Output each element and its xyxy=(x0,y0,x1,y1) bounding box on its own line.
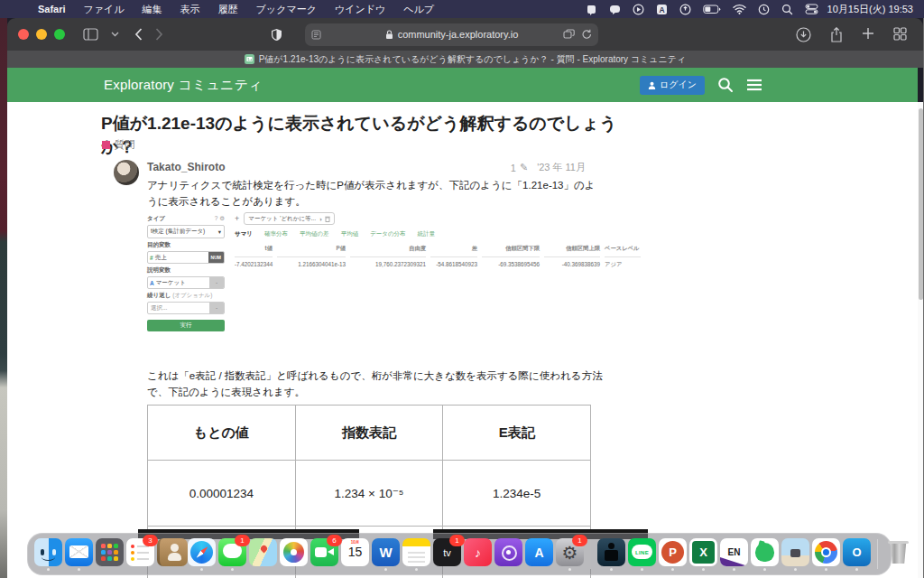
tab-mean-diff[interactable]: 平均値の差 xyxy=(300,230,329,238)
menu-window[interactable]: ウインドウ xyxy=(326,3,394,16)
tab-distribution[interactable]: データの分布 xyxy=(370,230,405,238)
category-label: 質問 xyxy=(115,138,134,152)
forward-button[interactable] xyxy=(155,28,163,41)
menu-help[interactable]: ヘルプ xyxy=(394,3,443,16)
delete-filter-icon[interactable] xyxy=(325,216,330,222)
dock-messages[interactable]: 1 xyxy=(218,537,246,571)
run-button[interactable]: 実行 xyxy=(147,320,225,331)
menu-safari[interactable]: Safari xyxy=(29,4,75,14)
spotlight-icon[interactable] xyxy=(781,4,793,15)
dock-outlook[interactable]: O xyxy=(843,537,871,571)
tab-mean[interactable]: 平均値 xyxy=(341,230,359,238)
dock-appstore[interactable]: A xyxy=(525,537,553,571)
add-filter-button[interactable]: + xyxy=(235,214,239,223)
hamburger-menu-icon[interactable] xyxy=(746,79,762,91)
dock-contacts[interactable] xyxy=(157,537,185,571)
dock-settings[interactable]: ⚙1 xyxy=(556,537,584,571)
dock-music[interactable]: ♪ xyxy=(464,537,492,571)
tab-probability[interactable]: 確率分布 xyxy=(264,230,288,238)
repeat-field[interactable]: 選択... - xyxy=(147,302,225,314)
stat-value: 1.2166304041e-13 xyxy=(277,257,346,269)
dock-evernote[interactable] xyxy=(751,537,779,571)
play-circle-icon[interactable] xyxy=(633,4,644,15)
dock-chrome[interactable] xyxy=(812,537,840,571)
menu-bookmarks[interactable]: ブックマーク xyxy=(247,3,326,16)
login-button[interactable]: ログイン xyxy=(640,76,705,95)
dock-powerpoint[interactable]: P xyxy=(659,537,687,571)
field-menu-button[interactable]: - xyxy=(209,303,224,313)
site-brand[interactable]: Exploratory コミュニティ xyxy=(104,77,263,94)
menu-view[interactable]: 表示 xyxy=(171,3,209,16)
menu-history[interactable]: 履歴 xyxy=(209,3,247,16)
dock-photos[interactable] xyxy=(280,537,308,571)
dock-mail[interactable] xyxy=(65,537,93,571)
tab-title: P値が1.21e-13のように表示されているがどう解釈するのでしょうか？ - 質… xyxy=(259,53,687,66)
dock-image-app[interactable] xyxy=(781,537,809,571)
toggle-filter-icon[interactable]: ◑ xyxy=(319,216,322,222)
target-variable-field[interactable]: # 売上 NUM xyxy=(147,251,225,264)
battery-icon[interactable] xyxy=(703,5,721,14)
notation-cell: 0.00001234 xyxy=(148,461,296,527)
wifi-icon[interactable] xyxy=(733,4,746,14)
search-icon[interactable] xyxy=(717,77,734,93)
tab-copy-icon[interactable] xyxy=(563,29,575,40)
dock-facetime[interactable]: 6 xyxy=(310,537,338,571)
en-icon: EN xyxy=(720,538,748,566)
dock-trash[interactable] xyxy=(884,537,912,571)
dock-word[interactable]: W xyxy=(372,537,400,571)
dock-podcasts[interactable] xyxy=(494,537,522,571)
new-tab-icon[interactable] xyxy=(862,27,874,42)
dock-excel[interactable]: X xyxy=(689,537,717,571)
shield-extension-icon[interactable] xyxy=(271,28,282,42)
running-indicator-dot xyxy=(200,568,203,571)
input-source-icon[interactable]: A xyxy=(656,4,668,15)
menu-clock[interactable]: 10月15日(火) 19:53 xyxy=(827,3,913,16)
chevron-down-icon[interactable] xyxy=(111,32,119,37)
dock-safari[interactable] xyxy=(188,537,216,571)
minimize-window-button[interactable] xyxy=(36,29,47,40)
tab-overview-icon[interactable] xyxy=(893,27,907,42)
post-paragraph-1: アナリティクスで統計検定を行った時にP値が表示されますが、下記のように「1.21… xyxy=(147,178,603,210)
filter-chip[interactable]: マーケット 'どれかに等... ◑ xyxy=(244,212,335,225)
zoom-window-button[interactable] xyxy=(54,29,65,40)
close-window-button[interactable] xyxy=(18,29,29,40)
running-indicator-dot xyxy=(415,568,418,571)
dock-launchpad[interactable] xyxy=(96,537,124,571)
test-type-select[interactable]: t検定 (集計前データ) ▾ xyxy=(147,225,225,238)
evernote-status-icon[interactable] xyxy=(586,4,597,15)
reload-icon[interactable] xyxy=(582,29,592,40)
share-icon[interactable] xyxy=(830,27,843,42)
post-author[interactable]: Takato_Shiroto xyxy=(147,161,225,173)
menu-edit[interactable]: 編集 xyxy=(134,3,171,16)
dock-finder[interactable] xyxy=(34,537,62,571)
help-icon[interactable]: ? xyxy=(215,215,218,221)
dock-reminders[interactable]: 3 xyxy=(126,537,154,571)
tab-summary[interactable]: サマリ xyxy=(235,230,253,238)
sync-icon[interactable] xyxy=(679,4,691,15)
download-icon[interactable] xyxy=(796,27,811,42)
clock-status-icon[interactable] xyxy=(758,4,770,15)
control-center-icon[interactable] xyxy=(805,4,818,14)
dock-maps[interactable] xyxy=(249,537,277,571)
field-menu-button[interactable]: - xyxy=(209,277,224,288)
topic-category[interactable]: 質問 xyxy=(102,138,134,152)
gear-icon[interactable]: ⚙ xyxy=(219,215,225,221)
tab-statistics[interactable]: 統計量 xyxy=(418,230,436,238)
dock-notes[interactable] xyxy=(402,537,430,571)
sidebar-icon[interactable] xyxy=(83,28,98,41)
line-status-icon[interactable] xyxy=(609,4,621,15)
dock-line[interactable]: LINE xyxy=(628,537,656,571)
edit-count[interactable]: 1 xyxy=(511,163,516,173)
dock-en[interactable]: EN xyxy=(720,537,748,571)
tab-bar[interactable]: P値が1.21e-13のように表示されているがどう解釈するのでしょうか？ - 質… xyxy=(7,51,923,68)
dock-calendar[interactable]: 10月15 xyxy=(341,537,369,571)
dock-kindle[interactable] xyxy=(597,537,625,571)
explain-variable-field[interactable]: A マーケット - xyxy=(147,276,225,289)
menu-file[interactable]: ファイル xyxy=(75,3,134,16)
back-button[interactable] xyxy=(134,28,143,41)
address-bar[interactable]: community-ja.exploratory.io xyxy=(305,23,598,46)
reader-icon[interactable] xyxy=(311,30,321,40)
avatar[interactable] xyxy=(114,160,139,185)
dock-appletv[interactable]: tv1 xyxy=(433,537,461,571)
running-indicator-dot xyxy=(568,568,571,571)
